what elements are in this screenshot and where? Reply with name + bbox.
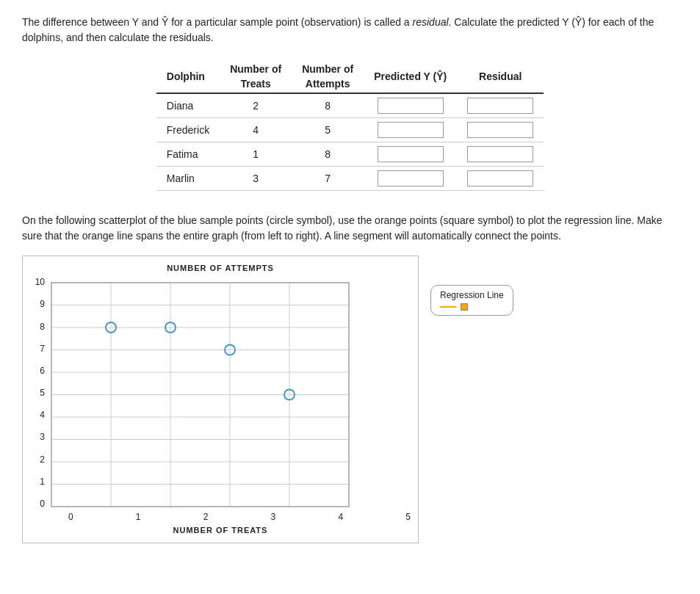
y-tick: 3 <box>30 432 45 442</box>
treats-value: 1 <box>220 142 292 167</box>
col-header-attempts-line2: Attempts <box>292 75 364 93</box>
legend-line-indicator <box>440 303 504 311</box>
chart-plot-area[interactable] <box>48 275 411 510</box>
y-tick: 2 <box>30 454 45 465</box>
predicted-input-cell[interactable] <box>364 93 457 118</box>
attempts-value: 8 <box>292 142 364 167</box>
residual-input[interactable] <box>467 170 533 186</box>
intro-italic: residual <box>413 16 449 28</box>
x-tick: 5 <box>405 512 411 522</box>
predicted-input-cell[interactable] <box>364 118 457 142</box>
legend-square-symbol <box>461 303 468 311</box>
intro-text1: The difference between Y and Ŷ for a par… <box>22 16 413 28</box>
y-axis-ticks: 012345678910 <box>30 275 48 510</box>
x-axis-ticks: 012345 <box>51 512 411 522</box>
table-row: Fatima 1 8 <box>156 142 544 167</box>
data-table-container: Dolphin Number of Number of Predicted Y … <box>22 60 678 191</box>
table-row: Marlin 3 7 <box>156 167 544 191</box>
y-tick: 7 <box>30 344 45 354</box>
table-row: Frederick 4 5 <box>156 118 544 142</box>
dolphins-table: Dolphin Number of Number of Predicted Y … <box>156 60 544 191</box>
treats-value: 4 <box>220 118 292 142</box>
col-header-attempts-line1: Number of <box>292 60 364 75</box>
x-tick: 4 <box>338 512 343 522</box>
chart-inner: 012345678910 <box>30 275 411 510</box>
dolphin-name: Frederick <box>156 118 220 142</box>
legend-line-segment <box>440 306 456 308</box>
chart-wrapper: NUMBER OF ATTEMPTS 012345678910 012345 N… <box>22 256 678 594</box>
predicted-input-cell[interactable] <box>364 167 457 191</box>
y-tick: 0 <box>30 499 45 509</box>
col-header-dolphin: Dolphin <box>156 60 220 93</box>
y-tick: 4 <box>30 410 45 420</box>
y-tick: 1 <box>30 477 45 487</box>
legend-title: Regression Line <box>440 290 504 300</box>
attempts-value: 7 <box>292 167 364 191</box>
dolphin-name: Fatima <box>156 142 220 167</box>
x-tick: 1 <box>136 512 141 522</box>
residual-input-cell[interactable] <box>457 93 544 118</box>
y-tick: 10 <box>30 277 45 287</box>
col-header-treats-line1: Number of <box>220 60 292 75</box>
predicted-input-cell[interactable] <box>364 142 457 167</box>
legend-box: Regression Line <box>430 285 513 316</box>
residual-input-cell[interactable] <box>457 118 544 142</box>
residual-input[interactable] <box>467 98 533 114</box>
predicted-input[interactable] <box>378 98 444 114</box>
treats-value: 2 <box>220 93 292 118</box>
dolphin-name: Diana <box>156 93 220 118</box>
y-tick: 9 <box>30 299 45 309</box>
intro-paragraph: The difference between Y and Ŷ for a par… <box>22 15 678 46</box>
predicted-input[interactable] <box>378 170 444 186</box>
scatter-svg[interactable] <box>48 275 356 510</box>
chart-container: NUMBER OF ATTEMPTS 012345678910 012345 N… <box>22 256 419 543</box>
y-tick: 8 <box>30 322 45 332</box>
x-tick: 2 <box>203 512 209 522</box>
x-tick: 0 <box>68 512 73 522</box>
y-tick: 5 <box>30 388 45 398</box>
predicted-input[interactable] <box>378 122 444 138</box>
predicted-input[interactable] <box>378 146 444 162</box>
scatter-description: On the following scatterplot of the blue… <box>22 213 678 244</box>
col-header-treats-line2: Treats <box>220 75 292 93</box>
chart-footer: 012345 <box>30 512 411 522</box>
residual-input-cell[interactable] <box>457 167 544 191</box>
dolphin-name: Marlin <box>156 167 220 191</box>
x-axis-label: NUMBER OF TREATS <box>173 526 268 535</box>
col-header-predicted: Predicted Y (Ŷ) <box>364 60 457 93</box>
x-tick: 3 <box>271 512 276 522</box>
y-tick: 6 <box>30 366 45 376</box>
residual-input[interactable] <box>467 146 533 162</box>
residual-input[interactable] <box>467 122 533 138</box>
col-header-residual: Residual <box>457 60 544 93</box>
residual-input-cell[interactable] <box>457 142 544 167</box>
legend-area: Regression Line Clear All <box>430 256 513 594</box>
y-axis-label: NUMBER OF ATTEMPTS <box>30 264 411 272</box>
treats-value: 3 <box>220 167 292 191</box>
attempts-value: 8 <box>292 93 364 118</box>
table-row: Diana 2 8 <box>156 93 544 118</box>
attempts-value: 5 <box>292 118 364 142</box>
